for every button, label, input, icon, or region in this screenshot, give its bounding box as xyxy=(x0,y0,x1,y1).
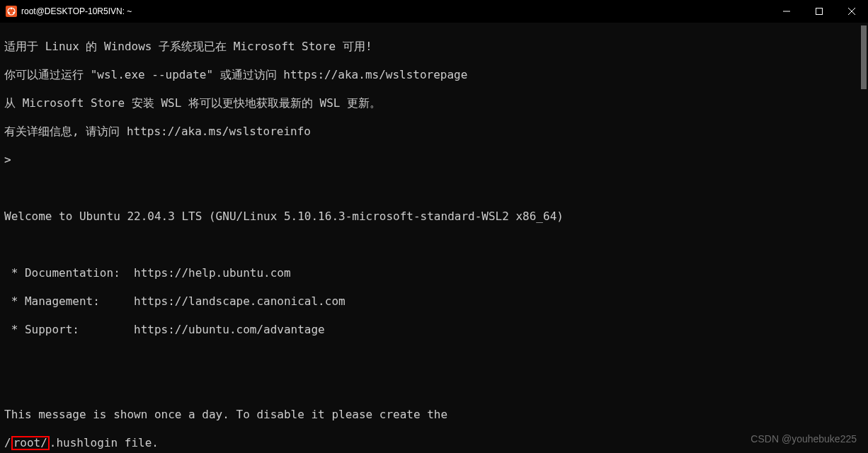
svg-point-1 xyxy=(11,8,13,10)
terminal-content[interactable]: 适用于 Linux 的 Windows 子系统现已在 Microsoft Sto… xyxy=(0,23,868,453)
hushlogin-suffix: .hushlogin file. xyxy=(50,436,159,449)
terminal-line: Welcome to Ubuntu 22.04.3 LTS (GNU/Linux… xyxy=(4,210,864,224)
terminal-line xyxy=(4,238,864,252)
terminal-line: * Management: https://landscape.canonica… xyxy=(4,294,864,309)
title-bar: root@DESKTOP-10R5IVN: ~ xyxy=(0,0,868,23)
close-button[interactable] xyxy=(835,0,868,23)
terminal-line: 从 Microsoft Store 安装 WSL 将可以更快地获取最新的 WSL… xyxy=(4,96,864,110)
svg-point-2 xyxy=(13,12,15,14)
svg-rect-5 xyxy=(816,8,823,15)
terminal-line: * Support: https://ubuntu.com/advantage xyxy=(4,323,864,337)
hushlogin-prefix: / xyxy=(4,436,11,449)
hushlogin-line: /root/.hushlogin file. xyxy=(4,436,864,450)
terminal-line xyxy=(4,181,864,195)
minimize-button[interactable] xyxy=(770,0,803,23)
window-title: root@DESKTOP-10R5IVN: ~ xyxy=(21,6,132,16)
terminal-line xyxy=(4,379,864,394)
terminal-line xyxy=(4,351,864,365)
terminal-line: * Documentation: https://help.ubuntu.com xyxy=(4,266,864,280)
terminal-line: 适用于 Linux 的 Windows 子系统现已在 Microsoft Sto… xyxy=(4,40,864,54)
terminal-line: > xyxy=(4,153,864,167)
title-left: root@DESKTOP-10R5IVN: ~ xyxy=(6,6,132,17)
terminal-line: 有关详细信息, 请访问 https://aka.ms/wslstoreinfo xyxy=(4,125,864,139)
ubuntu-icon xyxy=(6,6,17,17)
highlighted-root: root/ xyxy=(11,436,50,450)
window-controls xyxy=(770,0,868,23)
terminal-line: This message is shown once a day. To dis… xyxy=(4,408,864,422)
watermark: CSDN @youhebuke225 xyxy=(750,433,857,445)
svg-point-3 xyxy=(8,12,10,14)
scrollbar-thumb[interactable] xyxy=(861,25,867,89)
maximize-button[interactable] xyxy=(803,0,835,23)
terminal-line: 你可以通过运行 "wsl.exe --update" 或通过访问 https:/… xyxy=(4,68,864,82)
